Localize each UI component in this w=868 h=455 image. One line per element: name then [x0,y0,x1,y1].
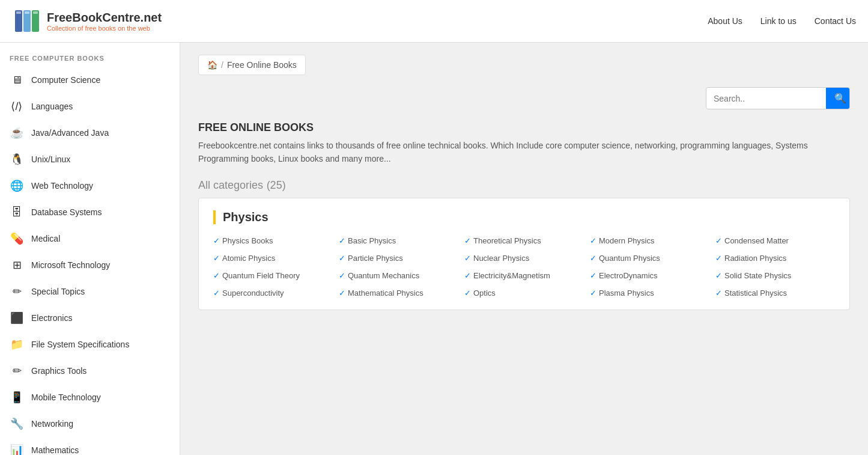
sidebar-icon-2: ☕ [10,126,24,140]
check-icon-5: ✓ [213,254,220,263]
physics-link-18[interactable]: ✓Plasma Physics [590,289,709,298]
free-books-title: FREE ONLINE BOOKS [198,121,850,134]
sidebar-item-electronics[interactable]: ⬛Electronics [0,305,180,331]
physics-link-6[interactable]: ✓Particle Physics [339,254,458,263]
physics-card: Physics ✓Physics Books✓Basic Physics✓The… [198,198,850,310]
physics-link-14[interactable]: ✓Solid State Physics [715,271,835,280]
free-books-header: FREE ONLINE BOOKS Freebookcentre.net con… [198,121,850,166]
sidebar-icon-7: ⊞ [10,258,24,272]
physics-link-3[interactable]: ✓Modern Physics [590,236,709,245]
sidebar-label-12: Mobile Technology [31,392,101,402]
sidebar-item-unix-linux[interactable]: 🐧Unix/Linux [0,146,180,173]
sidebar-item-microsoft-technology[interactable]: ⊞Microsoft Technology [0,252,180,278]
check-icon-15: ✓ [213,289,220,298]
nav-link-contact-us[interactable]: Contact Us [815,16,856,26]
sidebar-icon-11: ✏ [10,364,24,378]
check-icon-0: ✓ [213,236,220,245]
logo-subtitle: Collection of free books on the web [47,25,162,32]
check-icon-12: ✓ [464,271,471,280]
sidebar-item-mathematics[interactable]: 📊Mathematics [0,437,180,455]
header: FreeBookCentre.net Collection of free bo… [0,0,868,43]
physics-link-0[interactable]: ✓Physics Books [213,236,333,245]
sidebar-label-5: Database Systems [31,207,102,217]
layout: FREE COMPUTER BOOKS 🖥Computer Science⟨/⟩… [0,43,868,455]
nav-link-link-to-us[interactable]: Link to us [760,16,797,26]
breadcrumb: 🏠 / Free Online Books [198,55,306,75]
breadcrumb-separator: / [221,60,223,70]
sidebar-item-languages[interactable]: ⟨/⟩Languages [0,93,180,120]
sidebar-label-2: Java/Advanced Java [31,128,109,138]
sidebar-item-computer-science[interactable]: 🖥Computer Science [0,67,180,93]
physics-link-7[interactable]: ✓Nuclear Physics [464,254,584,263]
check-icon-18: ✓ [590,289,596,298]
home-icon[interactable]: 🏠 [207,60,217,70]
physics-link-10[interactable]: ✓Quantum Field Theory [213,271,333,280]
search-area: 🔍 [198,87,850,109]
physics-link-19[interactable]: ✓Statistical Physics [715,289,835,298]
sidebar-item-special-topics[interactable]: ✏Special Topics [0,278,180,305]
sidebar-icon-10: 📁 [10,337,24,352]
all-categories-label: All categories [198,179,263,191]
sidebar-item-web-technology[interactable]: 🌐Web Technology [0,173,180,199]
sidebar-item-file-system-specifications[interactable]: 📁File System Specifications [0,331,180,358]
physics-link-11[interactable]: ✓Quantum Mechanics [339,271,458,280]
check-icon-10: ✓ [213,271,220,280]
check-icon-4: ✓ [715,236,722,245]
sidebar-icon-1: ⟨/⟩ [10,99,24,114]
check-icon-11: ✓ [339,271,345,280]
physics-link-label-3: Modern Physics [599,236,654,245]
search-button[interactable]: 🔍 [826,88,850,109]
sidebar: FREE COMPUTER BOOKS 🖥Computer Science⟨/⟩… [0,43,180,455]
svg-rect-5 [33,11,38,14]
physics-link-label-8: Quantum Physics [599,254,660,263]
sidebar-item-graphics-tools[interactable]: ✏Graphics Tools [0,358,180,384]
sidebar-label-6: Medical [31,234,60,243]
physics-link-12[interactable]: ✓Electricity&Magnetism [464,271,584,280]
physics-link-15[interactable]: ✓Superconductivity [213,289,333,298]
sidebar-label-3: Unix/Linux [31,154,70,164]
sidebar-label-14: Mathematics [31,445,79,455]
physics-link-16[interactable]: ✓Mathematical Physics [339,289,458,298]
check-icon-9: ✓ [715,254,722,263]
sidebar-item-medical[interactable]: 💊Medical [0,225,180,252]
physics-link-label-14: Solid State Physics [724,271,791,280]
check-icon-13: ✓ [590,271,596,280]
check-icon-7: ✓ [464,254,471,263]
nav-link-about-us[interactable]: About Us [708,16,742,26]
physics-link-13[interactable]: ✓ElectroDynamics [590,271,709,280]
physics-link-2[interactable]: ✓Theoretical Physics [464,236,584,245]
sidebar-label-4: Web Technology [31,181,93,191]
sidebar-icon-0: 🖥 [10,73,24,87]
sidebar-icon-3: 🐧 [10,152,24,166]
sidebar-item-java-advanced-java[interactable]: ☕Java/Advanced Java [0,120,180,146]
physics-link-5[interactable]: ✓Atomic Physics [213,254,333,263]
physics-link-label-13: ElectroDynamics [599,271,658,280]
sidebar-label-13: Networking [31,419,73,429]
sidebar-label-10: File System Specifications [31,340,129,349]
physics-link-label-2: Theoretical Physics [473,236,541,245]
logo-text: FreeBookCentre.net Collection of free bo… [47,11,162,32]
physics-link-8[interactable]: ✓Quantum Physics [590,254,709,263]
sidebar-item-mobile-technology[interactable]: 📱Mobile Technology [0,384,180,411]
physics-link-label-18: Plasma Physics [599,289,654,298]
physics-link-9[interactable]: ✓Radiation Physics [715,254,835,263]
physics-link-label-17: Optics [473,289,496,298]
sidebar-icon-14: 📊 [10,443,24,455]
physics-link-label-0: Physics Books [222,236,273,245]
sidebar-label-8: Special Topics [31,287,85,296]
sidebar-icon-6: 💊 [10,231,24,246]
check-icon-17: ✓ [464,289,471,298]
physics-link-1[interactable]: ✓Basic Physics [339,236,458,245]
search-input[interactable] [706,88,826,109]
sidebar-icon-13: 🔧 [10,417,24,431]
sidebar-section-title: FREE COMPUTER BOOKS [0,49,180,67]
logo-title: FreeBookCentre.net [47,11,162,25]
check-icon-16: ✓ [339,289,345,298]
sidebar-label-9: Electronics [31,313,72,323]
sidebar-item-database-systems[interactable]: 🗄Database Systems [0,199,180,225]
physics-link-17[interactable]: ✓Optics [464,289,584,298]
sidebar-item-networking[interactable]: 🔧Networking [0,411,180,437]
physics-link-label-5: Atomic Physics [222,254,275,263]
physics-link-4[interactable]: ✓Condensed Matter [715,236,835,245]
sidebar-icon-9: ⬛ [10,311,24,325]
